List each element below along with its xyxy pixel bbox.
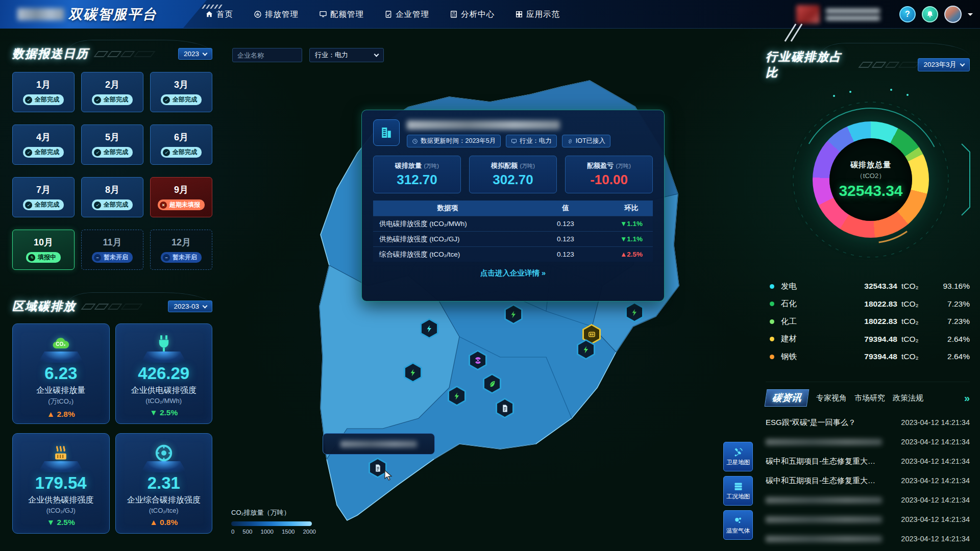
layer-condition-button[interactable]: 工况地图: [723, 476, 753, 506]
donut-center-value: 32543.34: [839, 182, 902, 199]
news-item[interactable]: 碳中和五期项目-生态修复重大工程 2023-04-12 14:21:34: [766, 471, 970, 490]
table-row: 供热碳排放强度 (tCO₂/GJ) 0.123 ▼1.1%: [373, 231, 653, 246]
nav-label: 首页: [216, 9, 233, 20]
bell-icon: [926, 10, 934, 18]
check-icon: ✓: [25, 96, 32, 104]
help-button[interactable]: ?: [899, 6, 916, 22]
layer-satellite-button[interactable]: 卫星地图: [723, 442, 753, 471]
status-badge: ×超期未填报: [158, 199, 205, 210]
molecule-icon: [733, 515, 744, 526]
news-item[interactable]: 碳中和五期项目-生态修复重大工程... 2023-04-12 14:21:34: [766, 452, 970, 471]
popup-stat-value: -10.00: [566, 172, 652, 188]
tab-expert-view[interactable]: 专家视角: [816, 393, 847, 403]
map-filter-bar: 行业：电力: [232, 48, 384, 62]
donut-center-label: 碳排放总量: [850, 160, 891, 170]
redacted-news-title: [766, 439, 882, 445]
month-card-9[interactable]: 9月×超期未填报: [150, 177, 212, 217]
redacted-tooltip-text: [340, 441, 417, 447]
month-card-7[interactable]: 7月✓全部完成: [12, 177, 75, 217]
redacted-news-title: [766, 516, 882, 523]
nav-label: 排放管理: [265, 9, 299, 20]
nav-emission-management[interactable]: 排放管理: [254, 9, 299, 20]
gauge-icon: [254, 10, 262, 18]
month-card-1[interactable]: 1月✓全部完成: [12, 72, 75, 112]
server-rack-icon: [733, 481, 744, 492]
status-badge: ✓全部完成: [92, 94, 133, 105]
news-item[interactable]: 2023-04-12 14:21:34: [766, 432, 970, 452]
nav-analysis-center[interactable]: 分析中心: [450, 9, 495, 20]
map-legend-label: CO₂排放量（万吨）: [231, 508, 316, 517]
news-item[interactable]: 2023-04-12 14:21:34: [766, 529, 970, 548]
stat-delta: ▼ 2.5%: [13, 518, 109, 527]
map-legend-gradient-bar[interactable]: [231, 521, 312, 526]
logo: 双碳智服平台: [0, 0, 207, 29]
svg-text:CO₂: CO₂: [56, 341, 66, 347]
news-item[interactable]: 2023-04-12 14:21:34: [766, 510, 970, 529]
status-badge: ✓全部完成: [92, 147, 133, 158]
header-slash-decoration: [785, 22, 797, 45]
pedestal-glow: [38, 461, 84, 472]
report-calendar-panel: 数据报送日历 2023 1月✓全部完成 2月✓全部完成 3月✓全部完成 4月✓全…: [12, 46, 212, 270]
nav-quota-management[interactable]: 配额管理: [319, 9, 364, 20]
month-card-10[interactable]: 10月✎填报中: [12, 230, 75, 270]
stat-card-emission: CO₂ 6.23 企业碳排放量 (万tCO₂) ▲ 2.8%: [12, 323, 110, 424]
edit-icon: ✎: [28, 254, 35, 261]
region-period-value: 2023-03: [174, 303, 199, 310]
layer-greenhouse-gas-button[interactable]: 温室气体: [723, 510, 753, 540]
heat-icon: [13, 440, 109, 463]
company-search-input[interactable]: [232, 48, 302, 62]
industry-badge: 行业：电力: [506, 135, 557, 147]
popup-table: 数据项 值 环比 供电碳排放强度 (tCO₂/MWh) 0.123 ▼1.1% …: [373, 201, 653, 262]
title-slash-decoration: [83, 304, 140, 310]
news-more-arrow[interactable]: »: [964, 393, 970, 403]
legend-row: 石化 18022.83 tCO₂ 7.23%: [770, 295, 970, 313]
legend-row: 钢铁 79394.48 tCO₂ 2.64%: [770, 348, 970, 366]
user-avatar[interactable]: [944, 6, 962, 23]
month-card-5[interactable]: 5月✓全部完成: [81, 124, 143, 165]
title-slash-decoration: [861, 62, 918, 68]
stat-label: 企业供热碳排强度: [13, 495, 109, 506]
check-icon: ✓: [25, 149, 32, 156]
check-icon: ✓: [25, 202, 32, 209]
month-card-4[interactable]: 4月✓全部完成: [12, 124, 75, 165]
nav-label: 配额管理: [330, 9, 364, 20]
industry-select[interactable]: 行业：电力: [309, 48, 384, 62]
month-card-6[interactable]: 6月✓全部完成: [150, 124, 212, 165]
month-card-8[interactable]: 8月✓全部完成: [81, 177, 143, 217]
tab-policy[interactable]: 政策法规: [893, 393, 923, 403]
month-card-3[interactable]: 3月✓全部完成: [150, 72, 212, 112]
calculator-icon: [450, 10, 458, 18]
tab-market-research[interactable]: 市场研究: [854, 393, 885, 403]
nav-app-demo[interactable]: 应用示范: [515, 9, 560, 20]
chevron-down-icon: [203, 51, 208, 56]
news-item[interactable]: ESG跟“双碳”是一回事么？ 2023-04-12 14:21:34: [766, 413, 970, 432]
check-icon: ✓: [163, 96, 170, 104]
news-list: ESG跟“双碳”是一回事么？ 2023-04-12 14:21:34 2023-…: [766, 413, 970, 548]
notification-bell-button[interactable]: [922, 6, 938, 22]
redacted-org-name: [826, 9, 880, 20]
news-item[interactable]: 2023-04-12 14:21:34: [766, 490, 970, 510]
legend-dot: [770, 337, 774, 341]
nav-enterprise-management[interactable]: 企业管理: [384, 9, 429, 20]
legend-row: 发电 32543.34 tCO₂ 93.16%: [770, 278, 970, 295]
satellite-icon: [733, 447, 744, 458]
nav-label: 企业管理: [396, 9, 429, 20]
gauge-circle-icon: [116, 440, 212, 463]
enterprise-popup: 数据更新时间：2023年5月 行业：电力 IOT已接入 碳排放量 (万吨) 31…: [361, 110, 665, 302]
industry-period-select[interactable]: 2023年3月: [918, 58, 970, 71]
calendar-year-select[interactable]: 2023: [178, 48, 212, 60]
nav-home[interactable]: 首页: [205, 9, 233, 20]
app-title: 双碳智服平台: [68, 5, 157, 23]
top-bar: 双碳智服平台 首页 排放管理 配额管理 企业管理 分析中心: [0, 0, 980, 29]
month-card-2[interactable]: 2月✓全部完成: [81, 72, 143, 112]
status-badge: ✓全部完成: [23, 147, 64, 158]
month-card-12[interactable]: 12月−暂未开启: [150, 230, 212, 270]
month-card-11[interactable]: 11月−暂未开启: [81, 230, 143, 270]
stat-value: 6.23: [13, 364, 109, 383]
enterprise-detail-link[interactable]: 点击进入企业详情 »: [373, 268, 653, 278]
pedestal-glow: [141, 461, 187, 472]
region-card-grid: CO₂ 6.23 企业碳排放量 (万tCO₂) ▲ 2.8% 426.29 企业…: [12, 323, 212, 534]
link-icon: [567, 138, 573, 144]
user-menu-caret[interactable]: [968, 13, 973, 18]
region-period-select[interactable]: 2023-03: [168, 300, 212, 312]
